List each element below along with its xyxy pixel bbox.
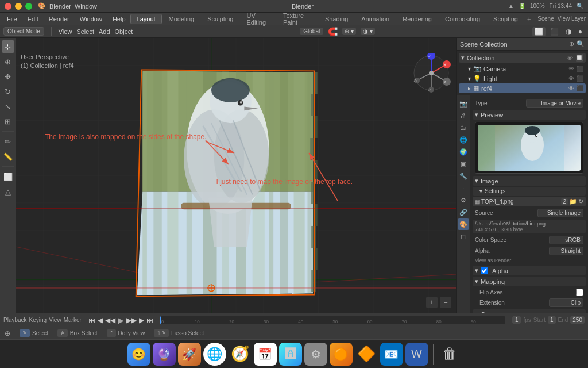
preview-section[interactable]: ▾ Preview xyxy=(473,110,586,120)
dock-calendar[interactable]: 📅 xyxy=(254,343,277,366)
collection-hide[interactable]: 🔲 xyxy=(575,54,583,62)
flip-axes-checkbox[interactable] xyxy=(576,289,583,296)
object-props-icon[interactable]: ▣ xyxy=(458,158,469,170)
playback-menu[interactable]: Playback xyxy=(3,317,27,323)
dock-finder[interactable]: 😊 xyxy=(127,343,150,366)
material-props-icon[interactable]: 🎨 xyxy=(458,218,469,230)
step-back-button[interactable]: ◀ xyxy=(98,316,103,324)
navigation-gizmo[interactable]: X Y Z -Y -Z xyxy=(411,53,451,93)
modifier-props-icon[interactable]: 🔧 xyxy=(458,170,469,182)
overlay-dropdown[interactable]: ⊕ ▾ xyxy=(342,28,356,35)
ref4-eye[interactable]: 👁 xyxy=(568,85,574,91)
data-props-icon[interactable]: ◻ xyxy=(458,231,469,242)
close-button[interactable] xyxy=(5,3,11,10)
scene-dropdown[interactable]: Scene xyxy=(537,16,554,22)
camera-eye[interactable]: 👁 xyxy=(568,66,574,72)
dock-word[interactable]: W xyxy=(405,343,428,366)
cursor-tool[interactable]: ⊕ xyxy=(2,55,14,68)
view-as-render-row[interactable]: View as Render xyxy=(473,256,586,264)
view-menu[interactable]: View xyxy=(59,28,72,35)
view-layer-dropdown[interactable]: View Layer xyxy=(558,16,586,22)
menu-edit[interactable]: Edit xyxy=(23,14,43,24)
filepath-value[interactable]: /Users/ferab96/..tction/bird.png xyxy=(475,221,583,227)
rendered-button[interactable]: ● xyxy=(576,27,585,36)
camera-restrict[interactable]: ⬛ xyxy=(577,66,583,72)
viewport[interactable]: User Perspective (1) Collection | ref4 X… xyxy=(16,38,456,313)
settings-section[interactable]: ▾ Settings xyxy=(473,187,586,195)
tab-rendering[interactable]: Rendering xyxy=(396,14,438,24)
image-section[interactable]: ▾ Image xyxy=(473,176,586,186)
shading-dropdown[interactable]: ◑ ▾ xyxy=(361,28,375,35)
menu-file[interactable]: File xyxy=(2,14,22,24)
material-button[interactable]: ◑ xyxy=(563,27,574,36)
add-menu[interactable]: Add xyxy=(99,28,110,35)
zoom-out-button[interactable]: − xyxy=(440,297,451,308)
scene-collection-filter[interactable]: 🔍 xyxy=(577,40,585,48)
timeline-view-menu[interactable]: View xyxy=(49,317,61,323)
move-tool[interactable]: ✥ xyxy=(2,70,14,83)
dock-blender[interactable]: 🟠 xyxy=(330,343,353,366)
minimize-button[interactable] xyxy=(15,3,22,10)
filename-label[interactable]: TOP4_4.png xyxy=(481,198,560,205)
type-value[interactable]: Image or Movie xyxy=(526,99,583,108)
maximize-button[interactable] xyxy=(25,3,32,10)
global-dropdown[interactable]: Global xyxy=(300,28,323,35)
tab-animation[interactable]: Animation xyxy=(355,14,396,24)
collection-eye[interactable]: 👁 xyxy=(567,55,573,62)
physics-props-icon[interactable]: ⚙ xyxy=(458,194,469,206)
add-workspace-button[interactable]: + xyxy=(525,16,533,22)
object-menu[interactable]: Object xyxy=(115,28,133,35)
dock-appstore[interactable]: 🅰 xyxy=(279,343,302,366)
file-browse[interactable]: 📁 xyxy=(569,198,577,205)
rotate-tool[interactable]: ↻ xyxy=(2,85,14,98)
particles-props-icon[interactable]: · xyxy=(458,182,469,194)
scene-collection-options[interactable]: ⊕ xyxy=(569,40,574,48)
constraints-props-icon[interactable]: 🔗 xyxy=(458,206,469,218)
step-forward-button[interactable]: ▶ xyxy=(139,316,144,324)
alpha-section[interactable]: ▾ Alpha xyxy=(473,266,586,275)
tab-modeling[interactable]: Modeling xyxy=(163,14,201,24)
world-props-icon[interactable]: 🌍 xyxy=(458,146,469,158)
jump-end-button[interactable]: ⏭ xyxy=(146,316,153,324)
tab-uv-editing[interactable]: UV Editing xyxy=(240,10,276,28)
scene-props-icon[interactable]: 🌐 xyxy=(458,134,469,145)
annotate-tool[interactable]: ✏ xyxy=(2,135,14,148)
tab-scripting[interactable]: Scripting xyxy=(487,14,524,24)
mapping-section[interactable]: ▾ Mapping xyxy=(473,277,586,286)
scale-tool[interactable]: ⤡ xyxy=(2,100,14,113)
keying-menu[interactable]: Keying xyxy=(29,317,47,323)
dock-trash[interactable]: 🗑 xyxy=(438,343,461,366)
alpha-value[interactable]: Straight xyxy=(549,247,583,255)
zoom-in-button[interactable]: + xyxy=(426,297,438,308)
dock-matlab[interactable]: 🔶 xyxy=(355,343,378,366)
tab-compositing[interactable]: Compositing xyxy=(439,14,486,24)
dock-chrome[interactable]: 🌐 xyxy=(203,343,226,366)
play-back-button[interactable]: ◀◀ xyxy=(105,316,115,324)
menu-window[interactable]: Window xyxy=(75,14,107,24)
snap-icon[interactable]: 🧲 xyxy=(328,27,338,36)
file-number[interactable]: 2 xyxy=(561,198,568,205)
menu-render[interactable]: Render xyxy=(44,14,74,24)
search-icon[interactable]: 🔍 xyxy=(577,3,583,9)
tab-sculpting[interactable]: Sculpting xyxy=(201,14,239,24)
current-frame[interactable]: 1 xyxy=(512,316,521,324)
dock-sysprefs[interactable]: ⚙ xyxy=(304,343,327,366)
select-menu[interactable]: Select xyxy=(76,28,94,35)
extension-value[interactable]: Clip xyxy=(549,298,583,307)
scene-item-light[interactable]: ▾ 💡 Light 👁 ⬛ xyxy=(459,74,586,83)
transform-tool[interactable]: ⊞ xyxy=(2,115,14,128)
collection-header[interactable]: ▾ Collection 👁 🔲 xyxy=(459,53,586,63)
wireframe-button[interactable]: ⬜ xyxy=(532,27,546,36)
select-tool[interactable]: ⊹ xyxy=(2,40,14,53)
scene-item-camera[interactable]: ▾ 📷 Camera 👁 ⬛ xyxy=(459,64,586,74)
dock-launchpad[interactable]: 🚀 xyxy=(178,343,201,366)
menu-help[interactable]: Help xyxy=(108,14,130,24)
output-props-icon[interactable]: 🖨 xyxy=(458,110,469,121)
jump-start-button[interactable]: ⏮ xyxy=(88,316,95,324)
playhead[interactable] xyxy=(160,316,161,324)
view-layer-props-icon[interactable]: 🗂 xyxy=(458,122,469,133)
light-eye[interactable]: 👁 xyxy=(568,75,574,82)
dock-safari[interactable]: 🧭 xyxy=(229,343,252,366)
tab-texture-paint[interactable]: Texture Paint xyxy=(277,10,318,28)
dock-outlook[interactable]: 📧 xyxy=(380,343,403,366)
